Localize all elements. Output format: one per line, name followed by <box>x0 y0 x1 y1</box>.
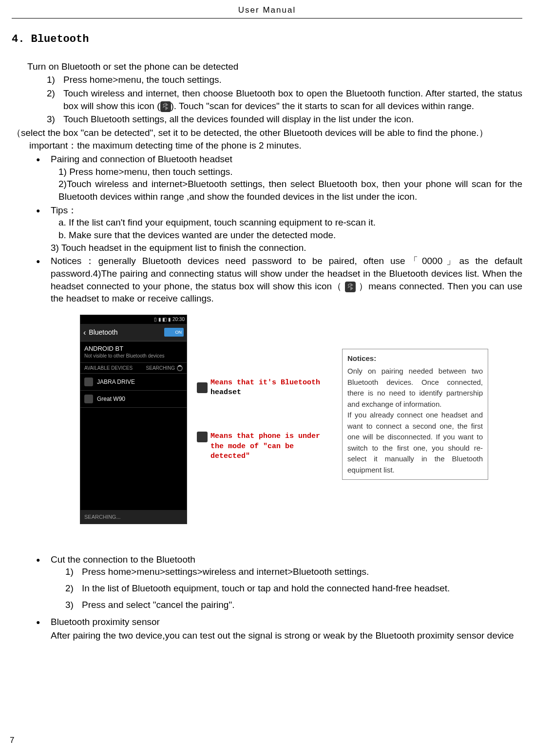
select-note: （select the box "can be detected", set i… <box>12 127 522 139</box>
section-title: 4. Bluetooth <box>12 32 522 47</box>
headset-icon <box>84 378 93 386</box>
notice-body: Only on pairing needed between two Bluet… <box>347 366 483 475</box>
cut-step-3: 3) Press and select "cancel the pairing"… <box>65 599 522 611</box>
phone-statusbar: ▯ ▮ ◧ ▮ 20:30 <box>80 315 187 324</box>
important-note: important：the maximum detecting time of … <box>29 139 522 152</box>
device-name: ANDROID BT <box>84 344 183 353</box>
step-body: Press home>menu>settings>wireless and in… <box>82 566 369 578</box>
phone-screenshot: ▯ ▮ ◧ ▮ 20:30 ‹ Bluetooth ON ANDROID BT … <box>80 315 187 524</box>
headset-callout-icon <box>197 382 208 393</box>
bullet-notices: ● Notices：generally Bluetooth devices ne… <box>36 255 522 305</box>
bullet-dot: ● <box>36 255 51 305</box>
bullet-list: ● Pairing and connection of Bluetooth he… <box>36 153 522 305</box>
step-body: Touch Bluetooth settings, all the device… <box>63 113 522 126</box>
spinner-icon <box>177 365 183 371</box>
bullet-dot: ● <box>36 204 51 254</box>
callout-1-red: Means that it's Bluetooth <box>210 378 320 387</box>
step-body: In the list of Bluetooth equipment, touc… <box>82 582 450 595</box>
sub-step-2: 2)Touch wireless and internet>Bluetooth … <box>58 178 522 203</box>
phone-titlebar: ‹ Bluetooth ON <box>80 324 187 341</box>
device-label: JABRA DRIVE <box>97 378 135 386</box>
step-body: Press home>menu, the touch settings. <box>63 74 522 86</box>
intro-text: Turn on Bluetooth or set the phone can b… <box>27 60 522 73</box>
step-body: Press and select "cancel the pairing". <box>82 599 234 611</box>
step-num: 3) <box>65 599 82 611</box>
page-number: 7 <box>10 735 14 746</box>
step-num: 3) <box>47 113 63 126</box>
callout-2: Means that phone is under the mode of "c… <box>197 432 332 461</box>
figure-row: ▯ ▮ ◧ ▮ 20:30 ‹ Bluetooth ON ANDROID BT … <box>80 315 522 524</box>
device-row[interactable]: JABRA DRIVE <box>80 374 187 391</box>
step-2: 2) Touch wireless and internet, then cho… <box>47 87 522 112</box>
phone-bottombar: SEARCHING... <box>80 510 187 524</box>
callout-1-black: headset <box>210 388 241 397</box>
bullet-title: Cut the connection to the Bluetooth <box>51 553 522 566</box>
available-label: AVAILABLE DEVICES <box>84 365 133 372</box>
notice-box: Notices: Only on pairing needed between … <box>342 349 488 480</box>
cut-step-2: 2) In the list of Bluetooth equipment, t… <box>65 582 522 595</box>
device-visibility: Not visible to other Bluetooth devices <box>84 353 183 359</box>
available-header: AVAILABLE DEVICES SEARCHING <box>80 363 187 374</box>
bullet-title: Tips： <box>51 204 522 217</box>
step-3: 3) Touch Bluetooth settings, all the dev… <box>47 113 522 126</box>
bullet-cut: ● Cut the connection to the Bluetooth 1)… <box>36 553 522 615</box>
step-num: 2) <box>47 87 63 112</box>
phone-device-icon <box>84 395 93 403</box>
bullet-dot: ● <box>36 553 51 615</box>
callouts-column: Means that it's Bluetooth headset Means … <box>197 315 332 461</box>
bullet-dot: ● <box>36 616 51 628</box>
bullet-dot: ● <box>36 153 51 203</box>
page-header: User Manual <box>12 5 522 19</box>
device-name-row[interactable]: ANDROID BT Not visible to other Bluetoot… <box>80 341 187 363</box>
bullet-title: Pairing and connection of Bluetooth head… <box>51 153 522 166</box>
callout-2-red: Means that phone is under the mode of "c… <box>210 432 320 460</box>
step-num: 2) <box>65 582 82 595</box>
step-1: 1) Press home>menu, the touch settings. <box>47 74 522 86</box>
step-num: 1) <box>47 74 63 86</box>
bullet-proximity: ● Bluetooth proximity sensor <box>36 616 522 628</box>
status-icons: ▯ ▮ ◧ ▮ <box>154 317 172 322</box>
device-label: Great W90 <box>97 395 125 403</box>
callout-1: Means that it's Bluetooth headset <box>197 378 332 398</box>
numbered-list: 1) Press home>menu, the touch settings. … <box>47 74 522 126</box>
status-time: 20:30 <box>172 317 185 322</box>
bluetooth-toggle[interactable]: ON <box>164 328 184 337</box>
back-icon[interactable]: ‹ <box>83 327 86 338</box>
bullet-title: Bluetooth proximity sensor <box>51 616 522 628</box>
tip-b: b. Make sure that the devices wanted are… <box>58 229 522 242</box>
sub-step-3: 3) Touch headset in the equipment list t… <box>51 242 522 254</box>
bullet-pairing: ● Pairing and connection of Bluetooth he… <box>36 153 522 203</box>
tip-a: a. If the list can't find your equipment… <box>58 216 522 229</box>
cut-step-1: 1) Press home>menu>settings>wireless and… <box>65 566 522 578</box>
notice-title: Notices: <box>347 353 483 364</box>
device-row[interactable]: Great W90 <box>80 391 187 408</box>
proximity-after: After pairing the two device,you can tes… <box>51 629 522 642</box>
sub-step-1: 1) Press home>menu, then touch settings. <box>58 166 522 178</box>
step-num: 1) <box>65 566 82 578</box>
bluetooth-icon <box>160 101 171 112</box>
bullet-list-2: ● Cut the connection to the Bluetooth 1)… <box>36 553 522 642</box>
step-body: Touch wireless and internet, then choose… <box>63 87 522 112</box>
step-2-text-b: ). Touch "scan for devices" the it start… <box>171 101 474 111</box>
bluetooth-connected-icon <box>345 282 356 292</box>
phone-callout-icon <box>197 432 208 442</box>
searching-label: SEARCHING <box>146 365 175 372</box>
bullet-tips: ● Tips： a. If the list can't find your e… <box>36 204 522 254</box>
phone-title: Bluetooth <box>89 328 117 337</box>
